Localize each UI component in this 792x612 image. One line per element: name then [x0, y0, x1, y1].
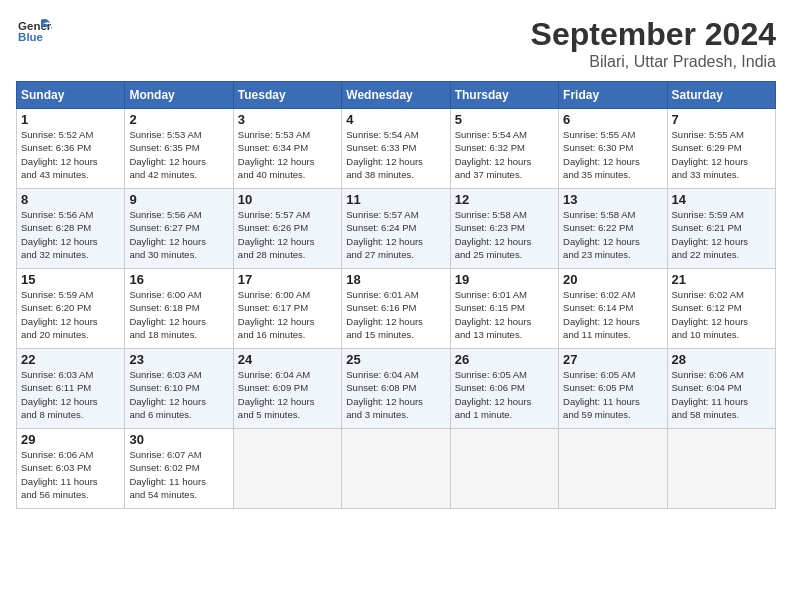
day-number: 1	[21, 112, 120, 127]
calendar-cell: 26Sunrise: 6:05 AM Sunset: 6:06 PM Dayli…	[450, 349, 558, 429]
calendar-cell: 21Sunrise: 6:02 AM Sunset: 6:12 PM Dayli…	[667, 269, 775, 349]
logo: General Blue	[16, 16, 52, 46]
calendar-cell: 18Sunrise: 6:01 AM Sunset: 6:16 PM Dayli…	[342, 269, 450, 349]
calendar-table: SundayMondayTuesdayWednesdayThursdayFrid…	[16, 81, 776, 509]
week-row-4: 22Sunrise: 6:03 AM Sunset: 6:11 PM Dayli…	[17, 349, 776, 429]
day-number: 10	[238, 192, 337, 207]
header: General Blue September 2024 Bilari, Utta…	[16, 16, 776, 71]
day-info: Sunrise: 6:01 AM Sunset: 6:15 PM Dayligh…	[455, 288, 554, 341]
calendar-cell	[559, 429, 667, 509]
title-area: September 2024 Bilari, Uttar Pradesh, In…	[531, 16, 776, 71]
calendar-cell: 10Sunrise: 5:57 AM Sunset: 6:26 PM Dayli…	[233, 189, 341, 269]
calendar-cell: 13Sunrise: 5:58 AM Sunset: 6:22 PM Dayli…	[559, 189, 667, 269]
day-info: Sunrise: 5:55 AM Sunset: 6:30 PM Dayligh…	[563, 128, 662, 181]
calendar-cell: 28Sunrise: 6:06 AM Sunset: 6:04 PM Dayli…	[667, 349, 775, 429]
day-info: Sunrise: 5:56 AM Sunset: 6:28 PM Dayligh…	[21, 208, 120, 261]
day-info: Sunrise: 5:53 AM Sunset: 6:35 PM Dayligh…	[129, 128, 228, 181]
day-info: Sunrise: 6:05 AM Sunset: 6:05 PM Dayligh…	[563, 368, 662, 421]
day-number: 24	[238, 352, 337, 367]
calendar-cell	[233, 429, 341, 509]
day-number: 11	[346, 192, 445, 207]
calendar-cell: 2Sunrise: 5:53 AM Sunset: 6:35 PM Daylig…	[125, 109, 233, 189]
day-info: Sunrise: 5:59 AM Sunset: 6:21 PM Dayligh…	[672, 208, 771, 261]
calendar-cell	[667, 429, 775, 509]
calendar-cell: 29Sunrise: 6:06 AM Sunset: 6:03 PM Dayli…	[17, 429, 125, 509]
calendar-cell: 25Sunrise: 6:04 AM Sunset: 6:08 PM Dayli…	[342, 349, 450, 429]
day-info: Sunrise: 6:00 AM Sunset: 6:18 PM Dayligh…	[129, 288, 228, 341]
month-title: September 2024	[531, 16, 776, 53]
calendar-cell: 6Sunrise: 5:55 AM Sunset: 6:30 PM Daylig…	[559, 109, 667, 189]
calendar-cell: 3Sunrise: 5:53 AM Sunset: 6:34 PM Daylig…	[233, 109, 341, 189]
calendar-cell	[450, 429, 558, 509]
calendar-cell: 9Sunrise: 5:56 AM Sunset: 6:27 PM Daylig…	[125, 189, 233, 269]
day-info: Sunrise: 6:07 AM Sunset: 6:02 PM Dayligh…	[129, 448, 228, 501]
day-number: 4	[346, 112, 445, 127]
day-number: 14	[672, 192, 771, 207]
day-info: Sunrise: 6:04 AM Sunset: 6:08 PM Dayligh…	[346, 368, 445, 421]
day-info: Sunrise: 6:02 AM Sunset: 6:14 PM Dayligh…	[563, 288, 662, 341]
calendar-cell: 20Sunrise: 6:02 AM Sunset: 6:14 PM Dayli…	[559, 269, 667, 349]
day-number: 7	[672, 112, 771, 127]
day-number: 2	[129, 112, 228, 127]
calendar-cell	[342, 429, 450, 509]
day-number: 6	[563, 112, 662, 127]
day-number: 27	[563, 352, 662, 367]
calendar-cell: 24Sunrise: 6:04 AM Sunset: 6:09 PM Dayli…	[233, 349, 341, 429]
weekday-header-tuesday: Tuesday	[233, 82, 341, 109]
weekday-header-friday: Friday	[559, 82, 667, 109]
day-number: 19	[455, 272, 554, 287]
calendar-cell: 12Sunrise: 5:58 AM Sunset: 6:23 PM Dayli…	[450, 189, 558, 269]
day-info: Sunrise: 6:01 AM Sunset: 6:16 PM Dayligh…	[346, 288, 445, 341]
day-number: 16	[129, 272, 228, 287]
day-number: 9	[129, 192, 228, 207]
calendar-cell: 22Sunrise: 6:03 AM Sunset: 6:11 PM Dayli…	[17, 349, 125, 429]
day-info: Sunrise: 5:57 AM Sunset: 6:26 PM Dayligh…	[238, 208, 337, 261]
day-number: 13	[563, 192, 662, 207]
day-number: 15	[21, 272, 120, 287]
day-info: Sunrise: 5:58 AM Sunset: 6:23 PM Dayligh…	[455, 208, 554, 261]
calendar-cell: 11Sunrise: 5:57 AM Sunset: 6:24 PM Dayli…	[342, 189, 450, 269]
calendar-cell: 23Sunrise: 6:03 AM Sunset: 6:10 PM Dayli…	[125, 349, 233, 429]
day-number: 28	[672, 352, 771, 367]
day-info: Sunrise: 5:56 AM Sunset: 6:27 PM Dayligh…	[129, 208, 228, 261]
weekday-header-wednesday: Wednesday	[342, 82, 450, 109]
week-row-3: 15Sunrise: 5:59 AM Sunset: 6:20 PM Dayli…	[17, 269, 776, 349]
day-number: 30	[129, 432, 228, 447]
day-info: Sunrise: 5:57 AM Sunset: 6:24 PM Dayligh…	[346, 208, 445, 261]
day-info: Sunrise: 6:03 AM Sunset: 6:11 PM Dayligh…	[21, 368, 120, 421]
week-row-1: 1Sunrise: 5:52 AM Sunset: 6:36 PM Daylig…	[17, 109, 776, 189]
day-info: Sunrise: 6:06 AM Sunset: 6:03 PM Dayligh…	[21, 448, 120, 501]
calendar-cell: 7Sunrise: 5:55 AM Sunset: 6:29 PM Daylig…	[667, 109, 775, 189]
svg-text:Blue: Blue	[18, 31, 43, 43]
day-number: 21	[672, 272, 771, 287]
day-number: 29	[21, 432, 120, 447]
weekday-header-sunday: Sunday	[17, 82, 125, 109]
day-number: 12	[455, 192, 554, 207]
day-number: 23	[129, 352, 228, 367]
location-subtitle: Bilari, Uttar Pradesh, India	[531, 53, 776, 71]
day-info: Sunrise: 5:54 AM Sunset: 6:33 PM Dayligh…	[346, 128, 445, 181]
calendar-cell: 5Sunrise: 5:54 AM Sunset: 6:32 PM Daylig…	[450, 109, 558, 189]
week-row-5: 29Sunrise: 6:06 AM Sunset: 6:03 PM Dayli…	[17, 429, 776, 509]
day-info: Sunrise: 5:58 AM Sunset: 6:22 PM Dayligh…	[563, 208, 662, 261]
day-number: 5	[455, 112, 554, 127]
calendar-cell: 8Sunrise: 5:56 AM Sunset: 6:28 PM Daylig…	[17, 189, 125, 269]
day-info: Sunrise: 6:03 AM Sunset: 6:10 PM Dayligh…	[129, 368, 228, 421]
day-number: 18	[346, 272, 445, 287]
day-info: Sunrise: 5:52 AM Sunset: 6:36 PM Dayligh…	[21, 128, 120, 181]
day-number: 17	[238, 272, 337, 287]
day-number: 8	[21, 192, 120, 207]
weekday-header-row: SundayMondayTuesdayWednesdayThursdayFrid…	[17, 82, 776, 109]
day-info: Sunrise: 6:06 AM Sunset: 6:04 PM Dayligh…	[672, 368, 771, 421]
calendar-cell: 15Sunrise: 5:59 AM Sunset: 6:20 PM Dayli…	[17, 269, 125, 349]
day-info: Sunrise: 6:04 AM Sunset: 6:09 PM Dayligh…	[238, 368, 337, 421]
day-info: Sunrise: 5:59 AM Sunset: 6:20 PM Dayligh…	[21, 288, 120, 341]
calendar-cell: 27Sunrise: 6:05 AM Sunset: 6:05 PM Dayli…	[559, 349, 667, 429]
weekday-header-thursday: Thursday	[450, 82, 558, 109]
day-number: 20	[563, 272, 662, 287]
calendar-cell: 4Sunrise: 5:54 AM Sunset: 6:33 PM Daylig…	[342, 109, 450, 189]
day-info: Sunrise: 6:00 AM Sunset: 6:17 PM Dayligh…	[238, 288, 337, 341]
calendar-cell: 1Sunrise: 5:52 AM Sunset: 6:36 PM Daylig…	[17, 109, 125, 189]
day-number: 3	[238, 112, 337, 127]
calendar-cell: 14Sunrise: 5:59 AM Sunset: 6:21 PM Dayli…	[667, 189, 775, 269]
